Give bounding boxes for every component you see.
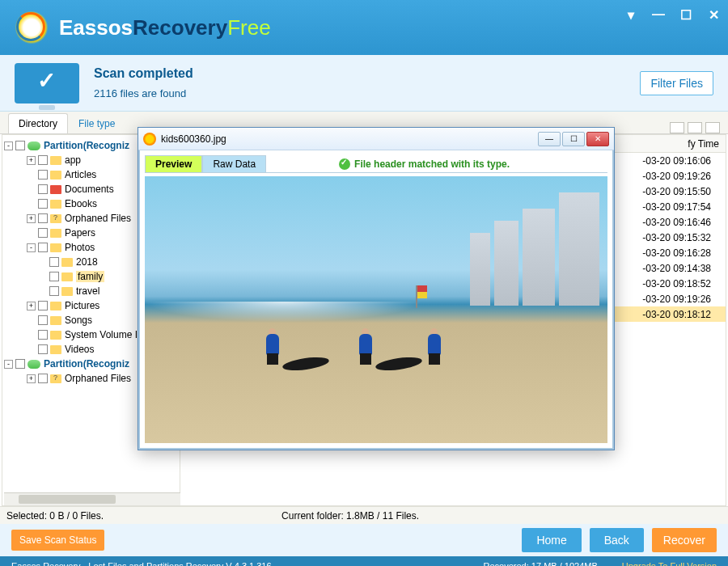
file-modify-time: -03-20 09:16:46 bbox=[642, 217, 711, 228]
tree-node-label[interactable]: Partition(Recogniz bbox=[44, 140, 129, 151]
file-header-status: File header matched with its type. bbox=[339, 158, 510, 170]
tab-preview[interactable]: Preview bbox=[145, 155, 202, 172]
dialog-titlebar[interactable]: kids600360.jpg — ☐ ✕ bbox=[138, 128, 614, 150]
tree-checkbox[interactable] bbox=[38, 330, 48, 340]
tree-node-label[interactable]: Orphaned Files bbox=[65, 373, 131, 384]
status-subtitle: 2116 files are found bbox=[94, 87, 640, 99]
expander-icon[interactable]: - bbox=[4, 142, 13, 150]
view-list-icon[interactable] bbox=[688, 122, 702, 133]
check-icon bbox=[339, 158, 350, 170]
footer: Save Scan Status Home Back Recover bbox=[0, 524, 728, 556]
tree-node-label[interactable]: Papers bbox=[65, 227, 95, 239]
tree-node-label[interactable]: Documents bbox=[65, 184, 114, 195]
disk-icon bbox=[28, 142, 40, 150]
filter-files-button[interactable]: Filter Files bbox=[640, 71, 713, 95]
tree-checkbox[interactable] bbox=[38, 170, 48, 180]
app-title: EassosRecoveryFree bbox=[59, 15, 271, 40]
tree-node-label[interactable]: 2018 bbox=[76, 256, 98, 268]
tab-raw-data[interactable]: Raw Data bbox=[202, 155, 266, 172]
tree-checkbox[interactable] bbox=[38, 315, 48, 325]
tree-checkbox[interactable] bbox=[38, 374, 48, 383]
expander-icon bbox=[27, 331, 36, 340]
recover-button[interactable]: Recover bbox=[652, 528, 717, 552]
folder-icon bbox=[61, 287, 73, 296]
expander-icon[interactable]: + bbox=[27, 156, 36, 165]
tree-node-label[interactable]: family bbox=[76, 271, 104, 282]
folder-icon bbox=[50, 243, 61, 252]
tree-checkbox[interactable] bbox=[38, 155, 48, 165]
dialog-maximize-icon[interactable]: ☐ bbox=[562, 132, 585, 146]
dropdown-icon[interactable]: ▾ bbox=[624, 8, 637, 21]
maximize-icon[interactable]: ☐ bbox=[679, 8, 692, 21]
question-icon bbox=[50, 214, 61, 223]
view-large-icon[interactable] bbox=[670, 122, 684, 133]
tree-node-label[interactable]: Articles bbox=[65, 169, 96, 180]
expander-icon[interactable]: - bbox=[4, 360, 13, 369]
tree-node-label[interactable]: Videos bbox=[65, 344, 94, 355]
app-logo-icon bbox=[12, 8, 51, 47]
tree-checkbox[interactable] bbox=[49, 272, 59, 281]
expander-icon[interactable]: - bbox=[27, 243, 36, 252]
tree-checkbox[interactable] bbox=[38, 228, 48, 238]
col-modify-time[interactable]: fy Time bbox=[681, 138, 726, 150]
expander-icon[interactable]: + bbox=[27, 302, 36, 310]
back-button[interactable]: Back bbox=[590, 528, 644, 552]
close-icon[interactable]: ✕ bbox=[707, 8, 720, 21]
window-controls: ▾ — ☐ ✕ bbox=[624, 8, 720, 21]
folder-icon bbox=[50, 302, 61, 310]
file-modify-time: -03-20 09:16:28 bbox=[642, 247, 711, 259]
tab-filetype[interactable]: File type bbox=[68, 113, 125, 133]
minimize-icon[interactable]: — bbox=[652, 8, 665, 21]
tree-checkbox[interactable] bbox=[38, 199, 48, 209]
tree-node-label[interactable]: app bbox=[65, 154, 81, 166]
dialog-close-icon[interactable]: ✕ bbox=[586, 132, 609, 146]
file-modify-time: -03-20 09:14:38 bbox=[642, 263, 711, 274]
file-modify-time: -03-20 09:17:54 bbox=[642, 201, 711, 213]
tree-node-label[interactable]: Partition(Recogniz bbox=[44, 358, 129, 370]
tree-checkbox[interactable] bbox=[15, 359, 25, 369]
view-detail-icon[interactable] bbox=[705, 122, 720, 133]
folder-icon bbox=[50, 171, 61, 180]
bin-icon bbox=[50, 185, 61, 194]
tree-checkbox[interactable] bbox=[49, 257, 59, 267]
folder-icon bbox=[50, 229, 61, 238]
folder-icon bbox=[50, 200, 61, 209]
save-scan-status-button[interactable]: Save Scan Status bbox=[11, 530, 104, 551]
tree-node-label[interactable]: Songs bbox=[65, 315, 92, 326]
expander-icon bbox=[38, 258, 47, 267]
expander-icon[interactable]: + bbox=[27, 374, 36, 383]
expander-icon bbox=[27, 229, 36, 238]
file-modify-time: -03-20 09:18:52 bbox=[642, 278, 711, 289]
tree-node-label[interactable]: Pictures bbox=[65, 300, 99, 311]
info-bar: Selected: 0 B / 0 Files. Current folder:… bbox=[0, 506, 728, 524]
tree-checkbox[interactable] bbox=[49, 286, 59, 296]
tree-scrollbar-horizontal[interactable] bbox=[4, 492, 180, 505]
tree-checkbox[interactable] bbox=[38, 301, 48, 310]
dialog-filename: kids600360.jpg bbox=[161, 133, 226, 145]
tree-node-label[interactable]: Photos bbox=[65, 242, 95, 253]
tree-checkbox[interactable] bbox=[38, 243, 48, 252]
expander-icon bbox=[27, 200, 36, 209]
folder-icon bbox=[50, 156, 61, 165]
tree-checkbox[interactable] bbox=[38, 213, 48, 223]
titlebar: EassosRecoveryFree ▾ — ☐ ✕ bbox=[0, 0, 728, 55]
tree-node-label[interactable]: travel bbox=[76, 285, 99, 297]
scan-complete-icon bbox=[15, 63, 79, 103]
expander-icon bbox=[27, 171, 36, 180]
tree-node-label[interactable]: Orphaned Files bbox=[65, 213, 131, 224]
expander-icon bbox=[38, 272, 47, 281]
tree-checkbox[interactable] bbox=[38, 344, 48, 354]
dialog-minimize-icon[interactable]: — bbox=[538, 132, 561, 146]
tree-checkbox[interactable] bbox=[15, 141, 25, 150]
upgrade-link[interactable]: Upgrade To Full Version bbox=[622, 561, 717, 566]
product-version: Eassos Recovery - Lost Files and Partiti… bbox=[11, 561, 272, 566]
home-button[interactable]: Home bbox=[522, 528, 581, 552]
tree-checkbox[interactable] bbox=[38, 184, 48, 194]
tree-node-label[interactable]: System Volume In bbox=[65, 329, 143, 340]
expander-icon bbox=[27, 185, 36, 194]
expander-icon[interactable]: + bbox=[27, 214, 36, 223]
question-icon bbox=[50, 374, 61, 383]
folder-icon bbox=[61, 272, 73, 281]
tab-directory[interactable]: Directory bbox=[8, 113, 68, 133]
tree-node-label[interactable]: Ebooks bbox=[65, 198, 97, 209]
